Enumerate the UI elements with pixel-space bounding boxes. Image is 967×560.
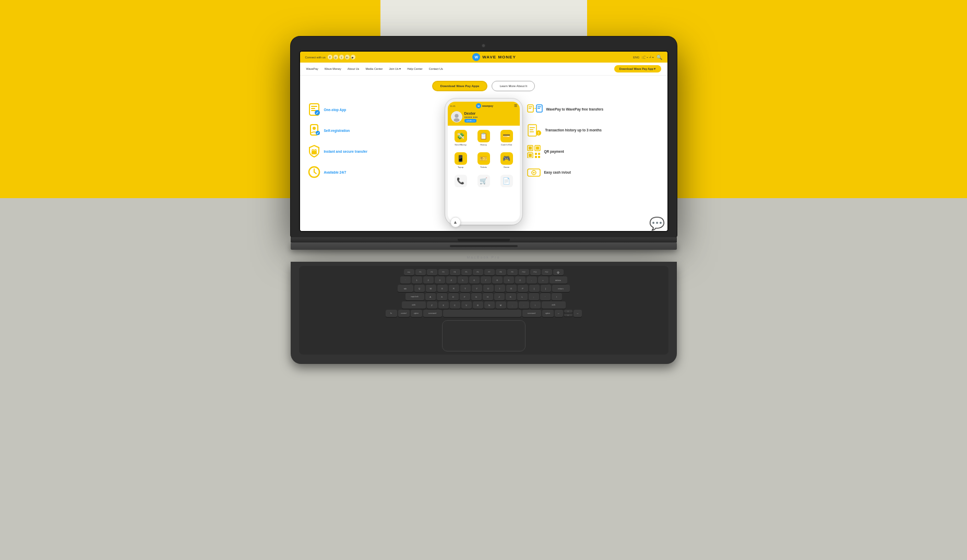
key-s[interactable]: S (437, 293, 447, 300)
key-g[interactable]: G (471, 293, 482, 300)
key-backtick[interactable]: ` (400, 276, 411, 284)
key-4[interactable]: 4 (446, 276, 457, 284)
nav-download-btn[interactable]: Download Wave Pay App ▾ (614, 65, 661, 72)
key-space[interactable] (443, 310, 521, 317)
key-f5[interactable]: F5 (461, 269, 472, 275)
key-f12[interactable]: F12 (542, 269, 552, 275)
app-history[interactable]: 📋 History (473, 128, 495, 148)
app-game[interactable]: 🎮 Game (496, 150, 518, 171)
key-delete[interactable]: delete (550, 276, 567, 284)
nav-contact[interactable]: Contact Us (429, 67, 443, 70)
key-f7[interactable]: F7 (484, 269, 495, 275)
key-f9[interactable]: F9 (507, 269, 518, 275)
key-f1[interactable]: F1 (415, 269, 426, 275)
key-i[interactable]: I (495, 285, 505, 292)
key-e[interactable]: E (437, 285, 448, 292)
key-f6[interactable]: F6 (473, 269, 483, 275)
app-more-1[interactable]: 📞 (450, 173, 472, 189)
key-esc[interactable]: esc (404, 269, 414, 275)
key-slash[interactable]: / (530, 301, 541, 309)
key-u[interactable]: U (483, 285, 494, 292)
key-return[interactable]: return (552, 285, 570, 292)
app-send-money[interactable]: 💸 Send Money (450, 128, 472, 148)
key-6[interactable]: 6 (469, 276, 480, 284)
key-8[interactable]: 8 (492, 276, 503, 284)
key-k[interactable]: K (506, 293, 516, 300)
nav-wavepay[interactable]: WavePay (306, 67, 318, 70)
key-option-r[interactable]: option (542, 310, 554, 317)
key-h[interactable]: H (483, 293, 493, 300)
key-caps[interactable]: caps lock (405, 293, 424, 300)
key-f8[interactable]: F8 (496, 269, 506, 275)
key-f[interactable]: F (460, 293, 470, 300)
key-9[interactable]: 9 (504, 276, 514, 284)
key-a[interactable]: A (425, 293, 436, 300)
key-q[interactable]: Q (414, 285, 425, 292)
key-semi[interactable]: ; (529, 293, 539, 300)
nav-help[interactable]: Help Center (407, 67, 422, 70)
download-wave-apps-btn[interactable]: Download Wave Pay Apps (432, 81, 488, 91)
key-p[interactable]: P (518, 285, 528, 292)
key-cmd-l[interactable]: command (423, 310, 442, 317)
key-l[interactable]: L (517, 293, 528, 300)
key-cmd-r[interactable]: command (522, 310, 541, 317)
key-quote[interactable]: ' (540, 293, 551, 300)
key-m[interactable]: M (496, 301, 506, 309)
key-t[interactable]: T (460, 285, 471, 292)
lang-eng[interactable]: ENG (633, 56, 639, 59)
key-o[interactable]: O (506, 285, 517, 292)
nav-join[interactable]: Join Us ▾ (389, 67, 401, 70)
key-z[interactable]: Z (427, 301, 437, 309)
key-shift-r[interactable]: shift (542, 301, 566, 309)
nav-media[interactable]: Media Center (365, 67, 383, 70)
key-tab[interactable]: tab (398, 285, 413, 292)
linkedin-icon[interactable]: in (345, 55, 350, 59)
scroll-up-btn[interactable]: ▲ (450, 217, 461, 227)
facebook-icon[interactable]: f (328, 55, 332, 59)
key-1[interactable]: 1 (412, 276, 422, 284)
key-down[interactable]: ↓ (564, 313, 572, 316)
key-w[interactable]: W (426, 285, 436, 292)
key-period[interactable]: . (519, 301, 529, 309)
phone-menu-btn[interactable]: ☰ (514, 104, 517, 108)
app-more-2[interactable]: 🛒 (473, 173, 495, 189)
key-2[interactable]: 2 (423, 276, 434, 284)
key-up[interactable]: ↑ (564, 310, 572, 313)
key-7[interactable]: 7 (481, 276, 491, 284)
key-b[interactable]: B (473, 301, 483, 309)
key-f11[interactable]: F11 (530, 269, 541, 275)
app-more-3[interactable]: 📄 (496, 173, 518, 189)
key-j[interactable]: J (494, 293, 505, 300)
key-d[interactable]: D (448, 293, 459, 300)
app-cash-inout[interactable]: 💳 Cash In/Out (496, 128, 518, 148)
key-x[interactable]: X (438, 301, 449, 309)
twitter-icon[interactable]: t (339, 55, 344, 59)
learn-more-btn[interactable]: Learn More About It (492, 81, 535, 91)
key-equal[interactable]: = (538, 276, 548, 284)
key-left[interactable]: ← (555, 310, 563, 317)
key-minus[interactable]: - (527, 276, 537, 284)
key-rbracket[interactable]: ] (541, 285, 551, 292)
app-topup[interactable]: 📱 Topup (450, 150, 472, 171)
key-fn[interactable]: fn (386, 310, 397, 317)
youtube-icon[interactable]: ▶ (351, 55, 355, 59)
key-option-l[interactable]: option (411, 310, 422, 317)
lang-mm[interactable]: မြန်မာ (646, 56, 654, 59)
key-n[interactable]: N (484, 301, 495, 309)
key-ctrl[interactable]: control (398, 310, 410, 317)
key-f2[interactable]: F2 (427, 269, 437, 275)
instagram-icon[interactable]: ◎ (333, 55, 338, 59)
key-c[interactable]: C (450, 301, 460, 309)
key-power[interactable]: ⏻ (553, 269, 564, 275)
key-backslash[interactable]: \ (552, 293, 562, 300)
key-r[interactable]: R (449, 285, 459, 292)
app-tickets[interactable]: 🎫 Tickets (473, 150, 495, 171)
key-f10[interactable]: F10 (519, 269, 529, 275)
key-right[interactable]: → (574, 310, 582, 317)
key-0[interactable]: 0 (515, 276, 526, 284)
key-3[interactable]: 3 (435, 276, 445, 284)
key-comma[interactable]: , (507, 301, 518, 309)
key-f4[interactable]: F4 (450, 269, 460, 275)
key-lbracket[interactable]: [ (529, 285, 540, 292)
search-icon[interactable]: 🔍 (656, 55, 662, 60)
